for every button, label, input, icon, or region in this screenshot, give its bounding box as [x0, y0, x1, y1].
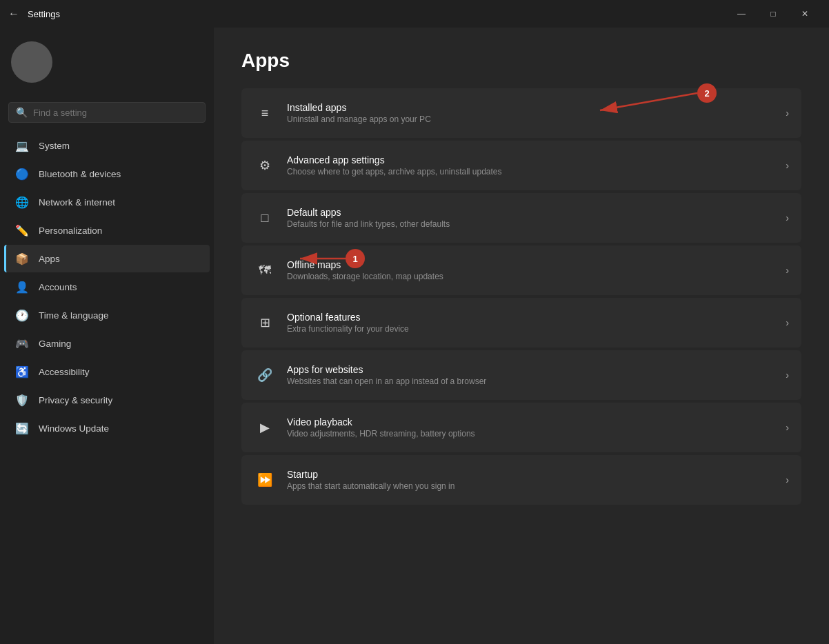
settings-item-desc: Choose where to get apps, archive apps, …	[287, 167, 775, 177]
optional-features-icon: ⊞	[254, 312, 276, 334]
settings-item-title: Default apps	[287, 207, 775, 218]
settings-item-offline-maps[interactable]: 🗺 Offline maps Downloads, storage locati…	[241, 245, 801, 295]
avatar	[11, 41, 52, 83]
sidebar-item-label: Apps	[39, 254, 60, 264]
sidebar-item-time[interactable]: 🕐 Time & language	[4, 301, 210, 329]
user-profile	[0, 28, 214, 97]
installed-apps-icon: ≡	[254, 102, 276, 124]
chevron-right-icon: ›	[786, 160, 789, 171]
advanced-app-settings-icon: ⚙	[254, 154, 276, 177]
settings-item-video-playback[interactable]: ▶ Video playback Video adjustments, HDR …	[241, 403, 801, 452]
chevron-right-icon: ›	[786, 317, 789, 328]
network-icon: 🌐	[15, 195, 29, 209]
settings-list: ≡ Installed apps Uninstall and manage ap…	[241, 88, 801, 505]
accounts-icon: 👤	[15, 280, 29, 294]
sidebar-item-personalization[interactable]: ✏️ Personalization	[4, 217, 210, 244]
sidebar-item-label: Personalization	[39, 225, 102, 236]
sidebar-item-label: Privacy & security	[39, 395, 112, 405]
time-icon: 🕐	[15, 308, 29, 322]
page-title: Apps	[241, 50, 801, 72]
sidebar-item-label: System	[39, 141, 70, 151]
settings-item-desc: Video adjustments, HDR streaming, batter…	[287, 429, 775, 439]
gaming-icon: 🎮	[15, 336, 29, 350]
sidebar-item-network[interactable]: 🌐 Network & internet	[4, 188, 210, 216]
sidebar-item-update[interactable]: 🔄 Windows Update	[4, 414, 210, 442]
sidebar-item-label: Bluetooth & devices	[39, 169, 121, 179]
search-box[interactable]: 🔍	[8, 102, 206, 123]
settings-item-installed-apps[interactable]: ≡ Installed apps Uninstall and manage ap…	[241, 88, 801, 138]
app-title: Settings	[28, 9, 720, 19]
nav-list: 💻 System 🔵 Bluetooth & devices 🌐 Network…	[0, 131, 214, 638]
settings-item-title: Optional features	[287, 312, 775, 323]
offline-maps-icon: 🗺	[254, 259, 276, 281]
settings-item-desc: Websites that can open in an app instead…	[287, 376, 775, 386]
sidebar-item-system[interactable]: 💻 System	[4, 132, 210, 159]
chevron-right-icon: ›	[786, 212, 789, 223]
search-input[interactable]	[33, 108, 198, 118]
sidebar-item-label: Windows Update	[39, 423, 109, 434]
minimize-button[interactable]: —	[726, 0, 757, 28]
sidebar-item-label: Network & internet	[39, 197, 115, 208]
titlebar: ← Settings — □ ✕	[0, 0, 829, 28]
settings-item-title: Video playback	[287, 416, 775, 427]
sidebar-item-label: Gaming	[39, 339, 71, 349]
chevron-right-icon: ›	[786, 370, 789, 381]
apps-for-websites-icon: 🔗	[254, 364, 276, 386]
settings-item-title: Advanced app settings	[287, 154, 775, 165]
settings-item-title: Startup	[287, 469, 775, 480]
app-body: 🔍 💻 System 🔵 Bluetooth & devices 🌐 Netwo…	[0, 28, 829, 644]
search-icon: 🔍	[16, 107, 28, 118]
chevron-right-icon: ›	[786, 474, 789, 485]
settings-item-desc: Downloads, storage location, map updates	[287, 272, 775, 281]
back-button[interactable]: ←	[8, 8, 19, 20]
apps-icon: 📦	[15, 252, 29, 265]
settings-item-desc: Defaults for file and link types, other …	[287, 219, 775, 229]
sidebar-item-apps[interactable]: 📦 Apps	[4, 245, 210, 272]
search-container: 🔍	[0, 97, 214, 131]
close-button[interactable]: ✕	[789, 0, 821, 28]
chevron-right-icon: ›	[786, 422, 789, 433]
privacy-icon: 🛡️	[15, 393, 29, 407]
sidebar-item-label: Accounts	[39, 282, 77, 292]
update-icon: 🔄	[15, 421, 29, 435]
settings-item-title: Apps for websites	[287, 364, 775, 375]
chevron-right-icon: ›	[786, 108, 789, 119]
settings-item-optional-features[interactable]: ⊞ Optional features Extra functionality …	[241, 298, 801, 348]
video-playback-icon: ▶	[254, 416, 276, 439]
maximize-button[interactable]: □	[757, 0, 789, 28]
sidebar-item-accessibility[interactable]: ♿ Accessibility	[4, 358, 210, 385]
settings-item-startup[interactable]: ⏩ Startup Apps that start automatically …	[241, 455, 801, 505]
settings-item-desc: Apps that start automatically when you s…	[287, 481, 775, 491]
sidebar-item-gaming[interactable]: 🎮 Gaming	[4, 330, 210, 357]
chevron-right-icon: ›	[786, 265, 789, 276]
sidebar-item-bluetooth[interactable]: 🔵 Bluetooth & devices	[4, 160, 210, 188]
sidebar-item-label: Time & language	[39, 310, 109, 321]
sidebar-item-privacy[interactable]: 🛡️ Privacy & security	[4, 386, 210, 414]
startup-icon: ⏩	[254, 469, 276, 491]
bluetooth-icon: 🔵	[15, 167, 29, 181]
content-area: Apps ≡ Installed apps Uninstall and mana…	[214, 28, 829, 644]
sidebar-item-accounts[interactable]: 👤 Accounts	[4, 273, 210, 301]
settings-item-title: Offline maps	[287, 259, 775, 270]
sidebar-item-label: Accessibility	[39, 367, 90, 377]
main-wrapper: Apps ≡ Installed apps Uninstall and mana…	[214, 28, 829, 644]
settings-item-default-apps[interactable]: □ Default apps Defaults for file and lin…	[241, 193, 801, 243]
system-icon: 💻	[15, 139, 29, 152]
settings-item-apps-for-websites[interactable]: 🔗 Apps for websites Websites that can op…	[241, 350, 801, 400]
personalization-icon: ✏️	[15, 223, 29, 237]
settings-item-desc: Extra functionality for your device	[287, 324, 775, 334]
settings-item-advanced-app-settings[interactable]: ⚙ Advanced app settings Choose where to …	[241, 141, 801, 190]
default-apps-icon: □	[254, 207, 276, 229]
sidebar: 🔍 💻 System 🔵 Bluetooth & devices 🌐 Netwo…	[0, 28, 214, 644]
window-controls: — □ ✕	[726, 0, 821, 28]
accessibility-icon: ♿	[15, 365, 29, 379]
settings-item-title: Installed apps	[287, 102, 775, 113]
settings-item-desc: Uninstall and manage apps on your PC	[287, 114, 775, 124]
